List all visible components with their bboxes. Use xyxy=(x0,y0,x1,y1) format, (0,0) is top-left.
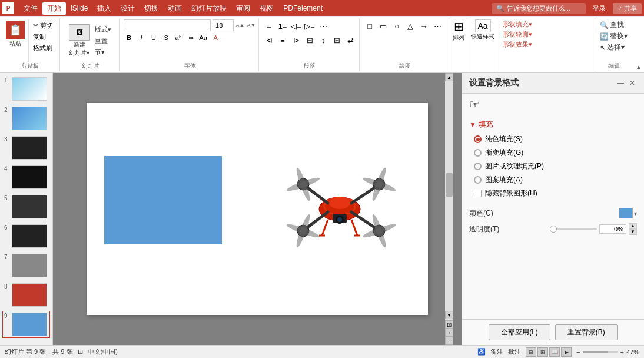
transparency-slider-track[interactable] xyxy=(550,228,597,230)
more-options-button[interactable]: ⋯ xyxy=(317,19,330,32)
slide-thumb-3[interactable]: 3 xyxy=(2,134,50,161)
transparency-up-button[interactable]: ▲ xyxy=(629,223,637,229)
login-button[interactable]: 登录 xyxy=(588,3,610,14)
transparency-slider-container[interactable] xyxy=(550,228,597,230)
font-name-input[interactable] xyxy=(124,19,211,31)
shape-oval[interactable]: ○ xyxy=(390,19,403,32)
slide-thumb-4[interactable]: 4 xyxy=(2,164,50,191)
font-size-input[interactable] xyxy=(213,19,234,31)
select-button[interactable]: ↖ 选择▾ xyxy=(597,42,630,53)
menu-slideshow[interactable]: 幻灯片放映 xyxy=(187,2,231,15)
transparency-down-button[interactable]: ▼ xyxy=(629,229,637,235)
picture-fill-radio[interactable] xyxy=(474,163,482,170)
canvas-area[interactable]: ▲ ▼ ⊡ + - xyxy=(53,73,462,345)
apply-all-button[interactable]: 全部应用(L) xyxy=(489,324,550,340)
shape-outline-button[interactable]: 形状轮廓▾ xyxy=(501,29,534,39)
color-swatch[interactable] xyxy=(619,208,633,218)
menu-insert[interactable]: 插入 xyxy=(92,2,116,15)
align-center-button[interactable]: ≡ xyxy=(276,34,289,47)
slideshow-view-button[interactable]: ▶ xyxy=(561,347,572,357)
shape-arrow[interactable]: → xyxy=(417,19,430,32)
slide-thumb-6[interactable]: 6 xyxy=(2,223,50,250)
cut-button[interactable]: ✂ 剪切 xyxy=(31,21,55,31)
reset-button[interactable]: 重置 xyxy=(92,36,114,46)
solid-fill-option[interactable]: 纯色填充(S) xyxy=(474,134,637,144)
search-box[interactable]: 🔍 告诉我您想要做什么... xyxy=(492,3,586,14)
case-button[interactable]: Aa xyxy=(198,32,208,43)
drone-image[interactable] xyxy=(269,132,410,274)
zoom-fit-button[interactable]: ⊡ xyxy=(445,320,453,329)
bold-button[interactable]: B xyxy=(124,32,134,43)
font-size-decrease-icon[interactable]: A▼ xyxy=(247,21,256,30)
solid-fill-radio[interactable] xyxy=(474,135,482,143)
menu-home[interactable]: 开始 xyxy=(42,2,66,15)
slide-thumb-2[interactable]: 2 xyxy=(2,105,50,132)
slide-thumb-1[interactable]: 1 xyxy=(2,75,50,102)
gradient-fill-option[interactable]: 渐变填充(G) xyxy=(474,148,637,158)
panel-move-button[interactable]: — xyxy=(616,78,625,88)
zoom-in-button[interactable]: + xyxy=(445,329,453,337)
zoom-track[interactable] xyxy=(583,351,618,353)
normal-view-button[interactable]: ⊟ xyxy=(526,347,536,357)
section-button[interactable]: 节▾ xyxy=(92,47,114,57)
shape-rect[interactable]: □ xyxy=(363,19,376,32)
pattern-fill-option[interactable]: 图案填充(A) xyxy=(474,175,637,185)
spacing-button[interactable]: ⇔ xyxy=(185,32,196,43)
scroll-down-button[interactable]: ▼ xyxy=(445,311,453,319)
shadow-button[interactable]: aᵇ xyxy=(173,32,184,43)
align-right-button[interactable]: ⊳ xyxy=(290,34,303,47)
grid-view-button[interactable]: ⊞ xyxy=(537,347,548,357)
replace-button[interactable]: 🔄 替换▾ xyxy=(597,31,630,42)
paste-button[interactable]: 📋 粘贴 xyxy=(2,19,29,62)
increase-indent-button[interactable]: ▷≡ xyxy=(303,19,316,32)
hide-bg-option[interactable]: 隐藏背景图形(H) xyxy=(474,188,637,198)
quick-styles-button[interactable]: Aa 快速样式 xyxy=(471,19,494,41)
shape-more[interactable]: ⋯ xyxy=(431,19,444,32)
pattern-fill-radio[interactable] xyxy=(474,176,482,184)
slide-thumb-5[interactable]: 5 xyxy=(2,193,50,220)
shape-effect-button[interactable]: 形状效果▾ xyxy=(501,39,534,49)
blue-rectangle[interactable] xyxy=(104,156,222,244)
transparency-slider-thumb[interactable] xyxy=(550,226,557,233)
fill-section-header[interactable]: ▼ 填充 xyxy=(469,120,637,130)
comment-label[interactable]: 批注 xyxy=(508,347,521,356)
collapse-ribbon-button[interactable]: ▲ xyxy=(633,18,644,71)
underline-button[interactable]: U xyxy=(148,32,159,43)
scroll-track[interactable] xyxy=(445,81,453,311)
format-paint-button[interactable]: 格式刷 xyxy=(31,43,55,53)
shape-round-rect[interactable]: ▭ xyxy=(377,19,390,32)
italic-button[interactable]: I xyxy=(136,32,147,43)
menu-view[interactable]: 视图 xyxy=(255,2,278,15)
transparency-value-input[interactable] xyxy=(599,224,626,234)
text-dir-button[interactable]: ⇄ xyxy=(344,34,357,47)
panel-close-button[interactable]: ✕ xyxy=(628,78,637,88)
zoom-out-button[interactable]: - xyxy=(445,337,453,345)
strikethrough-button[interactable]: S xyxy=(161,32,171,43)
find-button[interactable]: 🔍 查找 xyxy=(597,19,630,31)
slide-panel[interactable]: 1 2 3 4 5 6 7 xyxy=(0,73,53,345)
bullet-list-button[interactable]: ≡ xyxy=(263,19,275,32)
copy-button[interactable]: 复制 xyxy=(31,32,55,42)
justify-button[interactable]: ⊟ xyxy=(303,34,316,47)
reset-bg-button[interactable]: 重置背景(B) xyxy=(555,324,618,340)
color-dropdown-button[interactable]: ▾ xyxy=(634,210,637,217)
zoom-out-status-button[interactable]: − xyxy=(576,349,580,356)
picture-fill-option[interactable]: 图片或纹理填充(P) xyxy=(474,161,637,171)
menu-pdf[interactable]: PDFelement xyxy=(278,3,327,14)
hide-bg-checkbox[interactable] xyxy=(474,190,482,197)
arrange-button[interactable]: ⊞ 排列 xyxy=(453,19,464,42)
font-color-button[interactable]: A xyxy=(210,32,221,43)
slide-thumb-8[interactable]: 8 xyxy=(2,281,50,309)
align-left-button[interactable]: ⊲ xyxy=(263,34,275,47)
menu-review[interactable]: 审阅 xyxy=(231,2,255,15)
vertical-scrollbar[interactable]: ▲ ▼ ⊡ + - xyxy=(445,73,453,345)
menu-animation[interactable]: 动画 xyxy=(163,2,187,15)
share-button[interactable]: ♂ 共享 xyxy=(613,3,642,14)
layout-button[interactable]: 版式▾ xyxy=(92,25,114,35)
reading-view-button[interactable]: 📖 xyxy=(549,347,560,357)
decrease-indent-button[interactable]: ◁≡ xyxy=(290,19,303,32)
slide-thumb-7[interactable]: 7 xyxy=(2,252,50,279)
shape-fill-button[interactable]: 形状填充▾ xyxy=(501,19,534,29)
menu-file[interactable]: 文件 xyxy=(19,2,42,15)
new-slide-button[interactable]: 🖼 新建幻灯片▾ xyxy=(68,23,91,58)
